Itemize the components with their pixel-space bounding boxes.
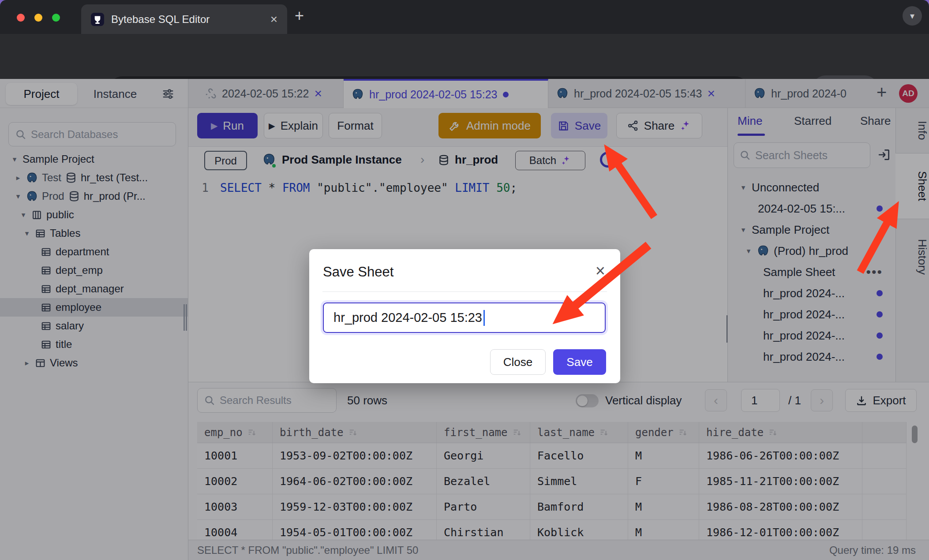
- dialog-save-button[interactable]: Save: [553, 349, 606, 375]
- browser-tab-close-icon[interactable]: ×: [270, 13, 277, 26]
- window-minimize-button[interactable]: [34, 14, 42, 22]
- new-tab-button[interactable]: +: [295, 8, 304, 24]
- save-sheet-dialog: Save Sheet × hr_prod 2024-02-05 15:23 Cl…: [309, 249, 620, 383]
- browser-tab[interactable]: Bytebase SQL Editor ×: [81, 4, 287, 34]
- dialog-divider: [322, 291, 607, 292]
- window-maximize-button[interactable]: [52, 14, 60, 22]
- window-close-button[interactable]: [17, 14, 25, 22]
- sheet-name-input[interactable]: hr_prod 2024-02-05 15:23: [323, 302, 606, 333]
- bytebase-app: Project Instance ▾ Sample Project ▸: [0, 79, 929, 560]
- window-controls: [17, 14, 60, 22]
- sheet-name-value: hr_prod 2024-02-05 15:23: [333, 310, 482, 325]
- bytebase-favicon-icon: [91, 13, 104, 26]
- screen: Bytebase SQL Editor × + ▾ ← → localhost:…: [0, 0, 929, 560]
- tab-search-chevron-icon[interactable]: ▾: [903, 6, 922, 26]
- dialog-close-icon[interactable]: ×: [596, 262, 605, 279]
- dialog-title: Save Sheet: [323, 264, 393, 280]
- browser-tab-title: Bytebase SQL Editor: [111, 13, 263, 26]
- browser-chrome: Bytebase SQL Editor × + ▾ ← → localhost:…: [0, 0, 929, 79]
- dialog-close-button[interactable]: Close: [490, 349, 546, 375]
- text-cursor: [483, 310, 485, 326]
- browser-toolbar: ← → localhost:8080/sql-editor/prod-sampl…: [0, 34, 929, 79]
